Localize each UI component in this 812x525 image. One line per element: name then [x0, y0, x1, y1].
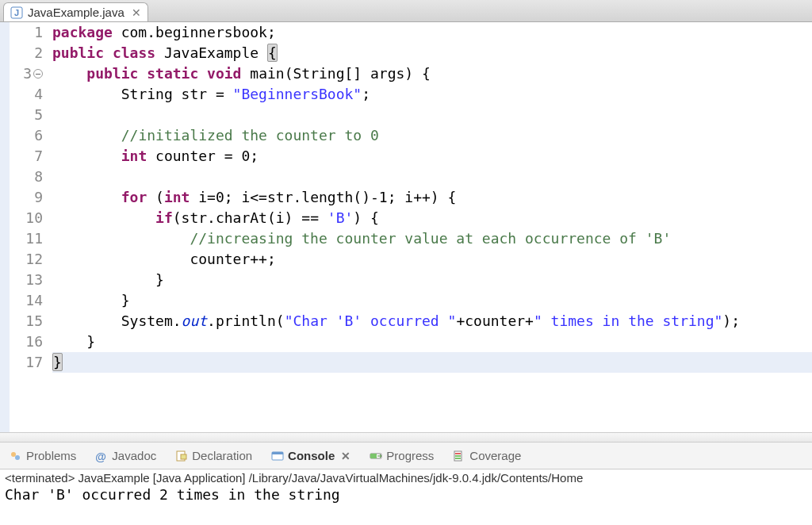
progress-icon — [370, 450, 382, 462]
declaration-icon — [175, 450, 188, 462]
console-view: <terminated> JavaExample [Java Applicati… — [0, 469, 812, 525]
code-line[interactable]: System.out.println("Char 'B' occurred "+… — [52, 311, 812, 331]
editor-tab-javaexample[interactable]: J JavaExample.java ✕ — [3, 2, 148, 21]
svg-point-3 — [15, 455, 20, 460]
view-tab-javadoc[interactable]: @Javadoc — [90, 447, 161, 464]
line-number: 12 — [10, 249, 43, 270]
line-number: 16 — [10, 331, 43, 352]
line-number: 2 — [10, 43, 43, 63]
code-line[interactable]: } — [52, 290, 812, 311]
line-number-gutter[interactable]: 1234567891011121314151617 — [10, 22, 48, 432]
view-tab-label: Console — [288, 449, 335, 462]
console-icon — [271, 450, 284, 462]
view-tab-progress[interactable]: Progress — [365, 447, 439, 464]
view-tab-label: Problems — [26, 449, 76, 462]
code-line[interactable]: String str = "BeginnersBook"; — [52, 84, 812, 105]
line-number: 4 — [10, 84, 43, 105]
view-tab-console[interactable]: Console✕ — [266, 447, 355, 464]
view-tab-label: Declaration — [192, 449, 252, 462]
code-line[interactable]: counter++; — [52, 249, 812, 270]
view-divider[interactable] — [0, 433, 812, 443]
line-number: 5 — [10, 105, 43, 125]
fold-icon[interactable] — [33, 69, 43, 79]
svg-rect-9 — [370, 454, 377, 458]
view-tab-declaration[interactable]: Declaration — [170, 447, 257, 464]
code-line[interactable]: public class JavaExample { — [52, 43, 812, 63]
problems-icon — [10, 450, 22, 462]
code-line[interactable]: } — [52, 270, 812, 290]
code-line[interactable]: //increasing the counter value at each o… — [52, 228, 812, 249]
code-line[interactable]: public static void main(String[] args) { — [52, 63, 812, 84]
breakpoint-column[interactable] — [0, 22, 10, 432]
line-number: 3 — [10, 63, 43, 84]
line-number: 7 — [10, 146, 43, 167]
view-tab-label: Progress — [386, 449, 434, 462]
line-number: 10 — [10, 208, 43, 228]
code-line[interactable]: } — [52, 331, 812, 352]
code-line[interactable]: //initialized the counter to 0 — [52, 125, 812, 146]
code-line[interactable]: if(str.charAt(i) == 'B') { — [52, 208, 812, 228]
editor-tabs: J JavaExample.java ✕ — [0, 0, 812, 22]
code-line[interactable]: for (int i=0; i<=str.length()-1; i++) { — [52, 187, 812, 208]
code-line[interactable] — [52, 167, 812, 187]
line-number: 8 — [10, 167, 43, 187]
code-content[interactable]: package com.beginnersbook;public class J… — [48, 22, 812, 432]
line-number: 17 — [10, 352, 43, 373]
view-tab-coverage[interactable]: Coverage — [448, 447, 526, 464]
javadoc-icon: @ — [95, 450, 108, 462]
close-view-icon[interactable]: ✕ — [341, 450, 350, 462]
svg-text:J: J — [14, 8, 19, 17]
line-number: 13 — [10, 270, 43, 290]
line-number: 1 — [10, 22, 43, 43]
view-tab-label: Javadoc — [112, 449, 156, 462]
code-line[interactable]: package com.beginnersbook; — [52, 22, 812, 43]
svg-rect-11 — [455, 453, 461, 454]
bottom-view-tabs: Problems@JavadocDeclarationConsole✕Progr… — [0, 443, 812, 469]
close-tab-icon[interactable]: ✕ — [132, 6, 141, 19]
view-tab-label: Coverage — [469, 449, 521, 462]
java-file-icon: J — [10, 6, 23, 19]
line-number: 15 — [10, 311, 43, 331]
line-number: 11 — [10, 228, 43, 249]
console-output-line: Char 'B' occurred 2 times in the string — [5, 486, 807, 503]
editor-tab-label: JavaExample.java — [28, 6, 124, 19]
code-line[interactable]: } — [52, 352, 812, 373]
svg-rect-7 — [272, 452, 283, 454]
code-line[interactable]: int counter = 0; — [52, 146, 812, 167]
coverage-icon — [453, 450, 465, 462]
svg-rect-5 — [181, 454, 186, 459]
line-number: 9 — [10, 187, 43, 208]
svg-rect-12 — [455, 455, 461, 457]
svg-rect-13 — [455, 458, 461, 459]
code-line[interactable] — [52, 105, 812, 125]
console-meta-line: <terminated> JavaExample [Java Applicati… — [5, 471, 807, 485]
code-editor[interactable]: 1234567891011121314151617 package com.be… — [0, 22, 812, 433]
view-tab-problems[interactable]: Problems — [5, 447, 81, 464]
line-number: 6 — [10, 125, 43, 146]
line-number: 14 — [10, 290, 43, 311]
svg-point-2 — [11, 452, 16, 457]
